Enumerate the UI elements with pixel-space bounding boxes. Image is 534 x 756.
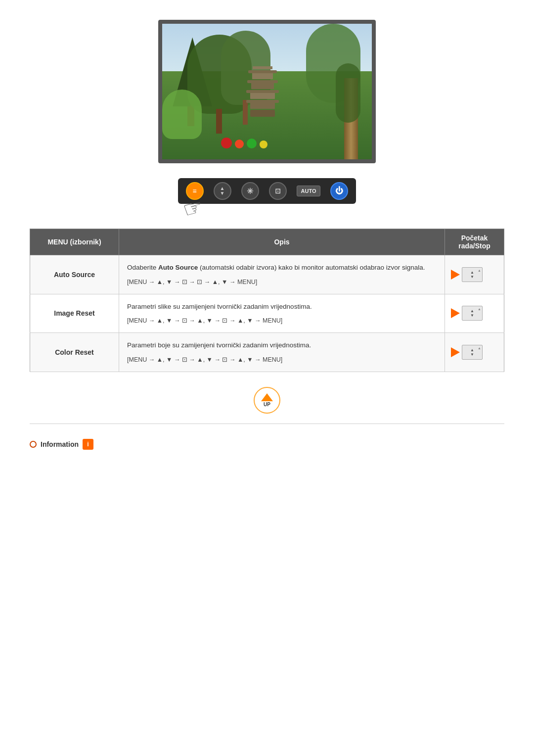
action-image-reset: ▲▼ (445, 294, 504, 333)
table-row: Image Reset Parametri slike su zamijenje… (30, 294, 504, 333)
monitor-section (30, 20, 504, 163)
pagoda (250, 66, 275, 126)
information-label: Information (41, 440, 79, 448)
information-icon-box: i (83, 439, 93, 450)
input-icon: ⊡ (269, 182, 287, 200)
action-auto-source: ▲▼ (445, 255, 504, 294)
col-header-action: Početakrada/Stop (445, 229, 504, 255)
power-icon-symbol: ⏻ (335, 187, 343, 195)
pagoda-tier-1 (252, 70, 273, 79)
desc-image-reset-path: [MENU → ▲, ▼ → ⊡ → ▲, ▼ → ⊡ → ▲, ▼ → MEN… (127, 316, 437, 326)
up-arrow-wrapper: UP (254, 387, 280, 414)
monitor-scene (162, 24, 372, 159)
up-arrow-outer: UP (254, 387, 280, 414)
up-arrow-inner: UP (261, 393, 273, 407)
desc-color-reset: Parametri boje su zamijenjeni tvornički … (119, 333, 445, 372)
desc-image-reset: Parametri slike su zamijenjeni tvornički… (119, 294, 445, 333)
info-table: MENU (izbornik) Opis Početakrada/Stop Au… (30, 229, 504, 372)
flower-green (247, 139, 257, 148)
desc-image-reset-text: Parametri slike su zamijenjeni tvornički… (127, 301, 437, 312)
desc-auto-source-path: [MENU → ▲, ▼ → ⊡ → ⊡ → ▲, ▼ → MENU] (127, 277, 437, 287)
input-icon-symbol: ⊡ (275, 187, 281, 195)
control-bar: ≡ ▲▼ ✳ ⊡ (178, 178, 356, 204)
icon-text-3: ▲▼ (470, 348, 474, 357)
icon-text-2: ▲▼ (470, 309, 474, 318)
brightness-button[interactable]: ✳ (241, 182, 259, 200)
power-icon: ⏻ (330, 182, 348, 200)
up-circle: UP (254, 387, 280, 414)
input-button[interactable]: ⊡ (269, 182, 287, 200)
nav-icon-symbol: ▲▼ (220, 186, 225, 196)
page-wrapper: ≡ ▲▼ ✳ ⊡ (0, 0, 534, 474)
brightness-icon: ✳ (241, 182, 259, 200)
pagoda-tier-3 (250, 90, 275, 99)
play-icon-2 (451, 308, 460, 318)
action-play-3: ▲▼ (451, 345, 498, 360)
pagoda-base (250, 110, 275, 117)
menu-auto-source: Auto Source (30, 255, 119, 294)
auto-button[interactable]: AUTO (297, 186, 321, 196)
flowers-area (221, 138, 267, 148)
main-table-section: MENU (izbornik) Opis Početakrada/Stop Au… (30, 229, 504, 372)
flower-orange (235, 140, 244, 148)
up-section: UP (30, 387, 504, 414)
image-reset-label: Image Reset (54, 309, 94, 317)
auto-source-label: Auto Source (54, 271, 95, 279)
flower-red (221, 138, 232, 148)
color-reset-label: Color Reset (55, 348, 94, 356)
tree-trunk-2 (243, 100, 248, 125)
control-bar-section: ≡ ▲▼ ✳ ⊡ (30, 178, 504, 204)
desc-color-reset-text: Parametri boje su zamijenjeni tvornički … (127, 340, 437, 351)
brightness-icon-symbol: ✳ (247, 187, 253, 196)
action-icon-2: ▲▼ (462, 306, 483, 321)
pagoda-tier-2 (251, 80, 274, 89)
action-color-reset: ▲▼ (445, 333, 504, 372)
tree-right (306, 24, 365, 163)
table-header-row: MENU (izbornik) Opis Početakrada/Stop (30, 229, 504, 255)
col-header-menu: MENU (izbornik) (30, 229, 119, 255)
info-icon-letter: i (87, 441, 89, 448)
tree-right-branch (336, 63, 360, 123)
information-section: Information i (30, 434, 504, 455)
menu-color-reset: Color Reset (30, 333, 119, 372)
table-row: Auto Source Odaberite Auto Source (autom… (30, 255, 504, 294)
power-button[interactable]: ⏻ (330, 182, 348, 200)
play-icon-3 (451, 347, 460, 357)
divider (30, 424, 504, 424)
desc-auto-source-text: Odaberite Auto Source (automatski odabir… (127, 262, 437, 273)
up-text: UP (264, 402, 270, 407)
info-bullet-circle (30, 441, 37, 448)
play-icon-1 (451, 270, 460, 280)
pagoda-tier-4 (250, 100, 275, 109)
desc-auto-source: Odaberite Auto Source (automatski odabir… (119, 255, 445, 294)
pagoda-top (253, 66, 272, 69)
auto-source-bold: Auto Source (158, 264, 198, 271)
monitor-frame (158, 20, 376, 163)
nav-button[interactable]: ▲▼ (214, 182, 231, 200)
menu-image-reset: Image Reset (30, 294, 119, 333)
flower-yellow (260, 141, 267, 148)
col-header-desc: Opis (119, 229, 445, 255)
action-play-1: ▲▼ (451, 267, 498, 282)
table-row: Color Reset Parametri boje su zamijenjen… (30, 333, 504, 372)
action-icon-3: ▲▼ (462, 345, 483, 360)
bush-left (162, 90, 202, 139)
auto-label: AUTO (297, 186, 321, 196)
action-icon-1: ▲▼ (462, 267, 483, 282)
desc-color-reset-path: [MENU → ▲, ▼ → ⊡ → ▲, ▼ → ⊡ → ▲, ▼ → MEN… (127, 355, 437, 365)
control-bar-wrapper: ≡ ▲▼ ✳ ⊡ (178, 178, 356, 204)
up-triangle (261, 393, 273, 401)
icon-text-1: ▲▼ (470, 270, 474, 279)
action-play-2: ▲▼ (451, 306, 498, 321)
nav-icon: ▲▼ (214, 182, 231, 200)
